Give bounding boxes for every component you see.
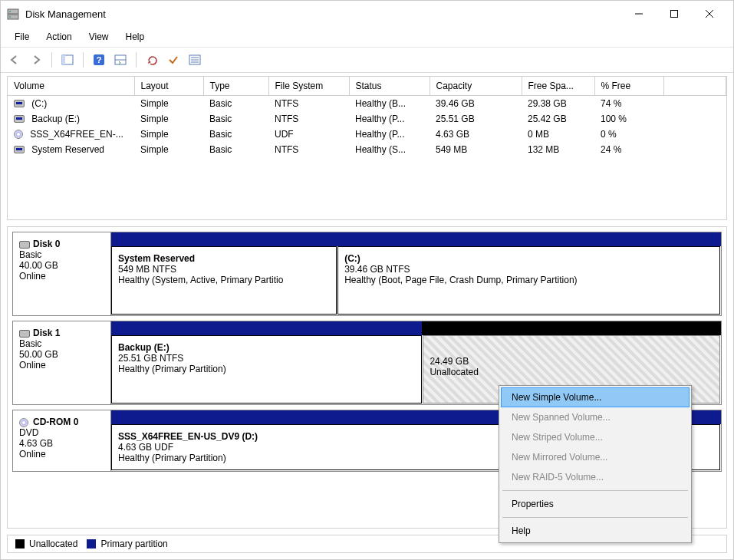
ctx-new-spanned-volume: New Spanned Volume... <box>501 407 690 427</box>
table-row[interactable]: SSS_X64FREE_EN-...SimpleBasicUDFHealthy … <box>8 127 726 142</box>
disk-info[interactable]: Disk 0 Basic 40.00 GB Online <box>13 232 111 315</box>
hdd-icon <box>19 241 30 249</box>
col-type[interactable]: Type <box>203 77 268 95</box>
menubar: File Action View Help <box>1 27 733 48</box>
partition-backup-e[interactable]: Backup (E:) 25.51 GB NTFS Healthy (Prima… <box>111 335 422 404</box>
context-menu-separator <box>502 517 688 518</box>
swatch-primary <box>87 539 96 548</box>
volume-icon <box>14 146 25 153</box>
disk-info[interactable]: CD-ROM 0 DVD 4.63 GB Online <box>13 410 111 471</box>
svg-point-2 <box>9 11 11 12</box>
close-button[interactable] <box>692 2 727 25</box>
check-icon[interactable] <box>164 51 183 69</box>
volume-icon <box>14 115 25 123</box>
toolbar: ? <box>1 48 733 73</box>
list-icon[interactable] <box>186 51 204 69</box>
table-row[interactable]: System ReservedSimpleBasicNTFSHealthy (S… <box>8 142 726 157</box>
toolbar-separator <box>136 52 137 68</box>
hdd-icon <box>19 330 30 338</box>
col-pct-free[interactable]: % Free <box>594 77 663 95</box>
disk-row[interactable]: Disk 0 Basic 40.00 GB Online System Rese… <box>12 232 722 316</box>
col-free-space[interactable]: Free Spa... <box>522 77 594 95</box>
forward-button[interactable] <box>27 51 45 69</box>
back-button[interactable] <box>5 51 24 69</box>
legend-primary-label: Primary partition <box>100 539 167 549</box>
minimize-button[interactable] <box>621 2 657 25</box>
help-icon[interactable]: ? <box>90 51 108 69</box>
toolbar-separator <box>83 52 84 68</box>
layout-icon[interactable] <box>111 51 130 69</box>
window-title: Disk Management <box>25 8 621 20</box>
panel-toggle-icon[interactable] <box>58 51 77 69</box>
dvd-icon <box>14 130 23 139</box>
ctx-properties[interactable]: Properties <box>501 494 690 514</box>
volume-list[interactable]: Volume Layout Type File System Status Ca… <box>7 76 727 220</box>
menu-view[interactable]: View <box>81 28 117 45</box>
col-capacity[interactable]: Capacity <box>430 77 522 95</box>
toolbar-separator <box>51 52 52 68</box>
legend-unallocated-label: Unallocated <box>29 539 77 549</box>
column-header-row[interactable]: Volume Layout Type File System Status Ca… <box>8 77 726 95</box>
col-volume[interactable]: Volume <box>8 77 134 95</box>
menu-help[interactable]: Help <box>118 28 153 45</box>
swatch-unallocated <box>15 539 25 548</box>
refresh-icon[interactable] <box>143 51 161 69</box>
ctx-help[interactable]: Help <box>501 521 690 541</box>
partition-c[interactable]: (C:) 39.46 GB NTFS Healthy (Boot, Page F… <box>337 246 720 315</box>
ctx-new-striped-volume: New Striped Volume... <box>501 427 690 447</box>
context-menu-separator <box>502 490 688 491</box>
menu-file[interactable]: File <box>7 28 37 45</box>
svg-point-3 <box>9 16 11 18</box>
ctx-new-mirrored-volume: New Mirrored Volume... <box>501 447 690 467</box>
col-status[interactable]: Status <box>349 77 430 95</box>
app-icon <box>7 8 19 20</box>
volume-icon <box>14 100 25 107</box>
svg-rect-5 <box>671 11 678 18</box>
col-filesystem[interactable]: File System <box>268 77 349 95</box>
disk-info[interactable]: Disk 1 Basic 50.00 GB Online <box>13 321 111 404</box>
svg-text:?: ? <box>97 55 102 64</box>
table-row[interactable]: Backup (E:)SimpleBasicNTFSHealthy (P...2… <box>8 111 726 127</box>
ctx-new-simple-volume[interactable]: New Simple Volume... <box>501 387 690 407</box>
menu-action[interactable]: Action <box>38 28 79 45</box>
maximize-button[interactable] <box>657 2 692 25</box>
table-row[interactable]: (C:)SimpleBasicNTFSHealthy (B...39.46 GB… <box>8 95 726 111</box>
ctx-new-raid5-volume: New RAID-5 Volume... <box>501 467 690 487</box>
col-layout[interactable]: Layout <box>134 77 203 95</box>
svg-rect-9 <box>62 55 65 64</box>
titlebar: Disk Management <box>1 1 733 27</box>
partition-system-reserved[interactable]: System Reserved 549 MB NTFS Healthy (Sys… <box>111 246 337 315</box>
context-menu: New Simple Volume... New Spanned Volume.… <box>499 385 692 543</box>
dvd-icon <box>19 418 28 427</box>
